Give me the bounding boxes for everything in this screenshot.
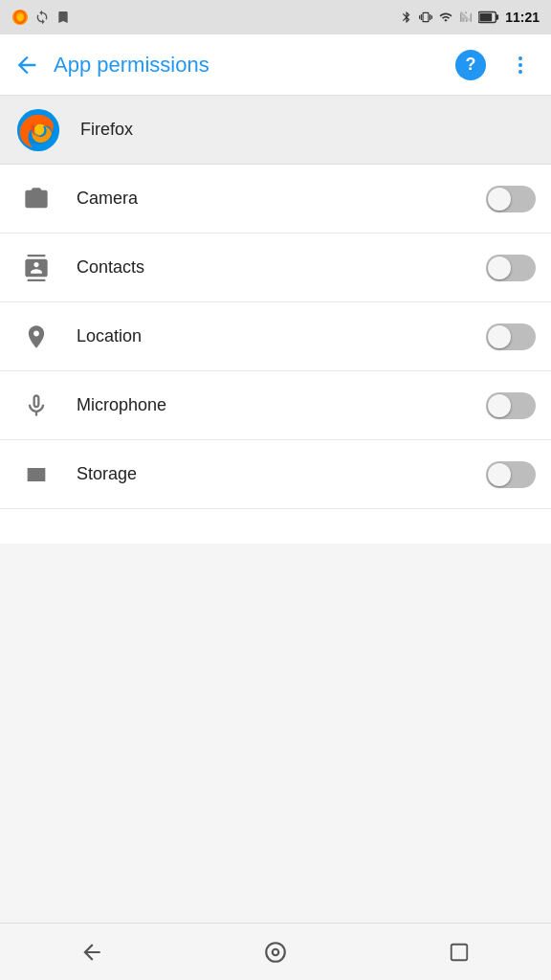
storage-label: Storage bbox=[57, 464, 486, 484]
app-bar-actions: ? bbox=[448, 42, 543, 88]
svg-point-6 bbox=[273, 948, 279, 955]
bookmark-icon bbox=[55, 10, 71, 25]
camera-toggle-knob bbox=[488, 188, 511, 211]
nav-home-button[interactable] bbox=[247, 933, 304, 971]
more-dots-icon bbox=[518, 56, 522, 74]
help-button[interactable]: ? bbox=[448, 42, 494, 88]
location-toggle-knob bbox=[488, 325, 511, 348]
permission-item-contacts: Contacts bbox=[0, 234, 551, 302]
back-button[interactable] bbox=[4, 42, 50, 88]
camera-toggle[interactable] bbox=[486, 186, 536, 212]
app-name-label: Firefox bbox=[80, 120, 133, 140]
bottom-navigation bbox=[0, 923, 551, 980]
storage-icon bbox=[15, 454, 57, 496]
status-bar-right-icons: 11:21 bbox=[400, 10, 540, 25]
contacts-toggle-knob bbox=[488, 256, 511, 279]
location-toggle[interactable] bbox=[486, 323, 536, 350]
storage-toggle-knob bbox=[488, 463, 511, 486]
contacts-toggle[interactable] bbox=[486, 255, 536, 281]
contacts-label: Contacts bbox=[57, 257, 486, 278]
firefox-app-icon bbox=[15, 107, 61, 153]
help-circle-icon: ? bbox=[455, 50, 486, 80]
svg-point-5 bbox=[266, 943, 285, 962]
status-time: 11:21 bbox=[505, 10, 540, 25]
contacts-icon bbox=[15, 247, 57, 289]
microphone-label: Microphone bbox=[57, 395, 486, 415]
battery-icon bbox=[478, 11, 499, 24]
location-label: Location bbox=[57, 326, 486, 346]
svg-rect-7 bbox=[452, 944, 468, 960]
bluetooth-icon bbox=[400, 11, 413, 24]
camera-icon bbox=[15, 178, 57, 220]
storage-toggle[interactable] bbox=[486, 461, 536, 488]
location-icon bbox=[15, 316, 57, 358]
vibrate-icon bbox=[419, 11, 432, 24]
nav-recents-button[interactable] bbox=[430, 933, 488, 971]
permission-item-location: Location bbox=[0, 302, 551, 371]
empty-area bbox=[0, 544, 551, 923]
permission-item-camera: Camera bbox=[0, 165, 551, 234]
signal-icon bbox=[459, 11, 473, 24]
wifi-icon bbox=[438, 11, 453, 24]
permissions-list: Camera Contacts Location bbox=[0, 165, 551, 544]
app-bar: App permissions ? bbox=[0, 34, 551, 96]
firefox-status-icon bbox=[11, 9, 29, 26]
microphone-toggle-knob bbox=[488, 394, 511, 417]
status-bar-left-icons bbox=[11, 9, 71, 26]
sync-icon bbox=[34, 10, 50, 25]
svg-rect-3 bbox=[480, 13, 493, 21]
microphone-toggle[interactable] bbox=[486, 392, 536, 419]
camera-label: Camera bbox=[57, 189, 486, 209]
app-header-row: Firefox bbox=[0, 96, 551, 165]
page-title: App permissions bbox=[50, 53, 448, 78]
more-options-button[interactable] bbox=[497, 42, 543, 88]
permission-item-microphone: Microphone bbox=[0, 371, 551, 440]
svg-rect-2 bbox=[496, 14, 499, 20]
nav-back-button[interactable] bbox=[63, 933, 121, 971]
microphone-icon bbox=[15, 385, 57, 427]
permission-item-storage: Storage bbox=[0, 440, 551, 509]
status-bar: 11:21 bbox=[0, 0, 551, 34]
